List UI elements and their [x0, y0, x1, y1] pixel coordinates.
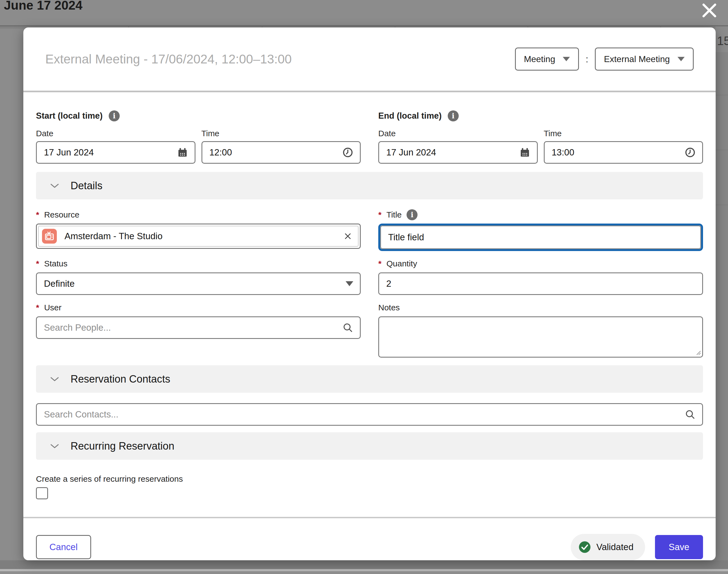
notes-textarea[interactable] [378, 316, 703, 358]
info-icon[interactable]: i [109, 111, 120, 121]
start-date-value: 17 Jun 2024 [44, 147, 173, 158]
clear-icon[interactable] [344, 232, 352, 240]
section-reservation-contacts[interactable]: Reservation Contacts [36, 365, 703, 393]
section-details-label: Details [71, 180, 102, 192]
start-group: Start (local time) i Date 17 Jun 2024 [36, 110, 361, 164]
title-input-focused[interactable]: Title field [378, 223, 703, 251]
calendar-icon[interactable] [177, 147, 188, 158]
subcategory-dropdown-label: External Meeting [604, 54, 670, 64]
end-date-label: Date [378, 128, 538, 139]
chevron-down-icon [346, 281, 353, 286]
dialog-body: Start (local time) i Date 17 Jun 2024 [23, 92, 716, 522]
end-label: End (local time) [378, 111, 442, 121]
required-marker: * [378, 259, 382, 268]
start-label: Start (local time) [36, 111, 103, 121]
calendar-icon[interactable] [519, 147, 530, 158]
cancel-button[interactable]: Cancel [36, 535, 91, 559]
status-field: * Status Definite [36, 258, 361, 295]
chevron-down-icon [50, 377, 59, 381]
section-details[interactable]: Details [36, 172, 703, 199]
search-icon [342, 322, 353, 333]
end-time-input[interactable]: 13:00 [544, 141, 703, 164]
recurring-checkbox[interactable] [36, 487, 48, 499]
resource-value: Amsterdam - The Studio [65, 231, 336, 241]
calendar-right-column: 15 [715, 26, 728, 560]
chevron-down-icon [50, 444, 59, 449]
contacts-search-input[interactable] [36, 403, 703, 426]
status-select[interactable]: Definite [36, 273, 361, 295]
dialog-header: External Meeting - 17/06/2024, 12:00–13:… [23, 28, 716, 91]
validated-badge: Validated [571, 534, 645, 560]
section-recurring-reservation-label: Recurring Reservation [71, 440, 174, 452]
recurring-checkbox-label: Create a series of recurring reservation… [36, 474, 703, 485]
calendar-day-number: 15 [717, 34, 728, 48]
validated-badge-label: Validated [597, 542, 634, 552]
type-selects: Meeting : External Meeting [515, 47, 694, 71]
chevron-down-icon [50, 183, 59, 188]
required-marker: * [36, 303, 39, 312]
search-icon [685, 409, 696, 420]
info-icon[interactable]: i [406, 209, 418, 220]
start-time-input[interactable]: 12:00 [202, 141, 361, 164]
end-group: End (local time) i Date 17 Jun 2024 [378, 110, 703, 164]
subcategory-dropdown[interactable]: External Meeting [595, 47, 694, 71]
user-label: User [44, 303, 61, 312]
notes-label: Notes [378, 303, 400, 312]
required-marker: * [36, 259, 39, 268]
resource-field: * Resource [36, 209, 361, 249]
start-date-input[interactable]: 17 Jun 2024 [36, 141, 196, 164]
footer-divider [23, 517, 716, 518]
user-search-field[interactable] [44, 322, 338, 333]
calendar-bottom-band [0, 560, 728, 569]
chevron-down-icon [563, 57, 570, 61]
check-circle-icon [579, 541, 591, 554]
title-label: Title [387, 210, 402, 219]
reservation-title-placeholder[interactable]: External Meeting - 17/06/2024, 12:00–13:… [45, 52, 515, 67]
resource-input[interactable]: Amsterdam - The Studio [36, 223, 361, 249]
quantity-field: * Quantity 2 [378, 258, 703, 295]
title-value: Title field [388, 232, 424, 243]
end-time-value: 13:00 [552, 147, 681, 158]
end-date-input[interactable]: 17 Jun 2024 [378, 141, 538, 164]
chevron-down-icon [678, 57, 685, 61]
calendar-bottom-line [0, 569, 728, 571]
resource-type-tv-icon [42, 229, 57, 244]
status-label: Status [44, 259, 68, 268]
status-value: Definite [44, 279, 341, 289]
dialog-footer: Cancel Validated Save [23, 522, 716, 560]
resource-label: Resource [44, 210, 79, 219]
contacts-search-field[interactable] [44, 409, 680, 420]
user-search-input[interactable] [36, 316, 361, 339]
end-time-label: Time [544, 128, 703, 139]
quantity-input[interactable]: 2 [378, 273, 703, 295]
type-separator: : [586, 54, 588, 65]
save-button[interactable]: Save [655, 535, 703, 559]
calendar-date-heading: June 17 2024 [4, 0, 82, 13]
end-date-value: 17 Jun 2024 [386, 147, 515, 158]
required-marker: * [378, 210, 382, 219]
category-dropdown-label: Meeting [524, 54, 555, 64]
start-time-value: 12:00 [209, 147, 338, 158]
required-marker: * [36, 210, 39, 219]
clock-icon[interactable] [685, 147, 696, 158]
calendar-bottom-band [0, 571, 728, 574]
info-icon[interactable]: i [448, 111, 459, 121]
quantity-value: 2 [386, 279, 696, 289]
start-date-label: Date [36, 128, 196, 139]
close-icon[interactable] [702, 3, 717, 18]
clock-icon[interactable] [342, 147, 353, 158]
title-field: * Title i Title field [378, 209, 703, 251]
start-time-label: Time [202, 128, 361, 139]
section-recurring-reservation[interactable]: Recurring Reservation [36, 432, 703, 460]
notes-field: Notes [378, 302, 703, 359]
section-reservation-contacts-label: Reservation Contacts [71, 373, 170, 385]
reservation-dialog: External Meeting - 17/06/2024, 12:00–13:… [23, 28, 716, 560]
category-dropdown[interactable]: Meeting [515, 47, 579, 71]
quantity-label: Quantity [387, 259, 417, 268]
user-field: * User [36, 302, 361, 339]
